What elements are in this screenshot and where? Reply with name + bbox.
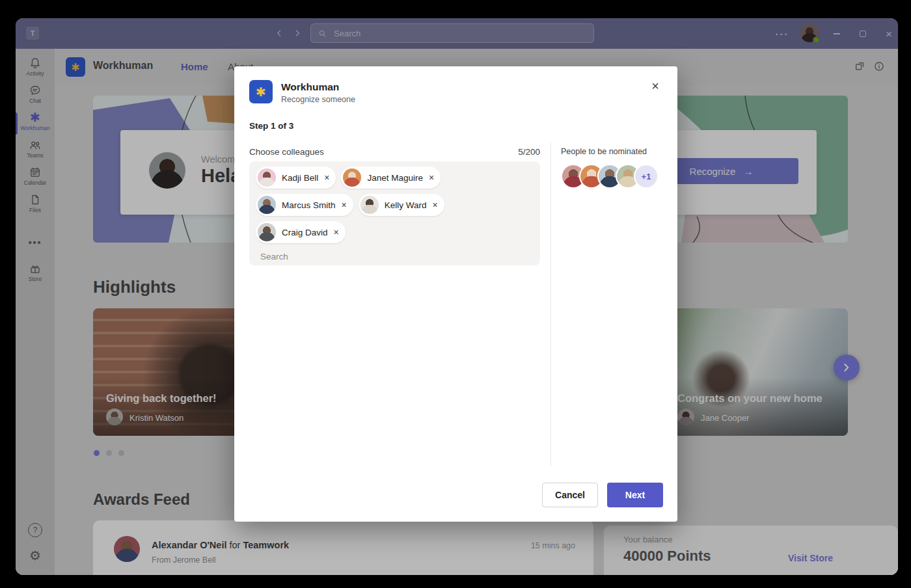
colleague-name: Craig David: [282, 228, 328, 237]
colleague-picker[interactable]: Kadji Bell × Janet Maguire × Marcus Smit…: [249, 161, 540, 265]
avatar: [258, 168, 276, 187]
close-icon: ×: [429, 172, 434, 183]
avatar: [343, 168, 361, 187]
selected-colleague-chips: Kadji Bell × Janet Maguire × Marcus Smit…: [256, 167, 534, 243]
nominated-avatar-group: +1: [561, 164, 659, 189]
remove-colleague-button[interactable]: ×: [432, 200, 437, 209]
choose-colleagues-label: Choose colleagues: [249, 147, 324, 157]
avatar: [258, 223, 276, 241]
colleague-name: Kadji Bell: [282, 173, 318, 183]
nominated-label: People to be nominated: [561, 147, 647, 156]
remove-colleague-button[interactable]: ×: [429, 173, 434, 182]
teams-window: T ··· × Activity C: [16, 18, 898, 575]
modal-subtitle: Recognize someone: [281, 95, 355, 104]
remove-colleague-button[interactable]: ×: [342, 200, 347, 209]
close-icon: ×: [432, 200, 437, 210]
cancel-button[interactable]: Cancel: [542, 483, 598, 507]
modal-title: Workhuman: [281, 81, 339, 93]
colleague-search-input[interactable]: [259, 251, 454, 262]
colleague-chip: Janet Maguire ×: [341, 167, 441, 189]
close-icon: ×: [334, 227, 339, 237]
close-icon: ×: [651, 79, 659, 94]
choose-colleagues-row: Choose colleagues 5/200: [249, 147, 540, 157]
remove-colleague-button[interactable]: ×: [324, 173, 329, 182]
remove-colleague-button[interactable]: ×: [334, 228, 339, 237]
colleague-chip: Craig David ×: [256, 221, 346, 243]
avatar: [360, 196, 379, 214]
colleague-name: Kelly Ward: [385, 200, 427, 210]
close-icon: ×: [324, 172, 329, 183]
more-nominees-badge[interactable]: +1: [634, 164, 659, 189]
modal-close-button[interactable]: ×: [647, 78, 663, 94]
close-icon: ×: [342, 200, 347, 210]
colleague-name: Marcus Smith: [282, 200, 336, 210]
colleague-counter: 5/200: [518, 147, 540, 157]
colleague-chip: Marcus Smith ×: [256, 194, 353, 216]
colleague-chip: Kelly Ward ×: [359, 194, 444, 216]
colleague-name: Janet Maguire: [367, 173, 423, 183]
asterisk-glyph: ✱: [256, 85, 266, 100]
avatar: [258, 196, 276, 214]
modal-divider: [551, 143, 551, 466]
workhuman-logo: ✱: [249, 80, 273, 103]
next-button[interactable]: Next: [607, 483, 663, 507]
colleague-chip: Kadji Bell ×: [256, 167, 336, 189]
recognize-modal: ✱ Workhuman Recognize someone × Step 1 o…: [234, 66, 677, 522]
step-indicator: Step 1 of 3: [249, 121, 293, 131]
screen: T ··· × Activity C: [0, 0, 911, 588]
